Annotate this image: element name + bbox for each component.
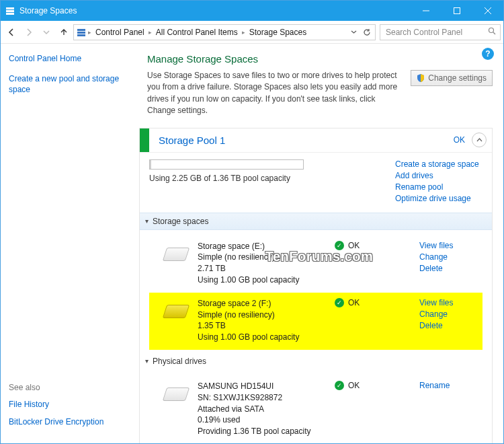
drive-icon (164, 385, 188, 404)
up-button[interactable] (56, 24, 72, 40)
sidebar-link-create-pool[interactable]: Create a new pool and storage space (9, 73, 127, 95)
page-title: Manage Storage Spaces (147, 53, 493, 65)
breadcrumb-item[interactable]: All Control Panel Items (153, 25, 241, 40)
pool-action-create-space[interactable]: Create a storage space (395, 159, 482, 169)
svg-rect-8 (77, 32, 85, 34)
space-usage: Using 1.00 GB pool capacity (198, 332, 325, 343)
action-rename[interactable]: Rename (419, 381, 480, 390)
status-label: OK (348, 298, 360, 307)
capacity-text: Using 2.25 GB of 1.36 TB pool capacity (149, 174, 382, 183)
chevron-right-icon[interactable]: ▸ (148, 29, 153, 36)
pool-header[interactable]: Storage Pool 1 OK (140, 128, 492, 153)
forward-button[interactable] (21, 24, 37, 40)
storage-space-item: Storage space 2 (F:) Simple (no resilien… (149, 293, 482, 350)
storage-spaces-icon (75, 27, 87, 38)
action-change[interactable]: Change (419, 309, 480, 319)
refresh-button[interactable] (360, 25, 374, 40)
status-label: OK (348, 381, 360, 390)
space-resiliency: Simple (no resiliency) (198, 309, 325, 321)
space-size: 2.71 TB (198, 263, 325, 274)
svg-rect-4 (454, 8, 460, 14)
space-name: Storage space (E:) (198, 241, 325, 252)
breadcrumb[interactable]: ▸ Control Panel ▸ All Control Panel Item… (73, 24, 376, 40)
ok-icon: ✓ (335, 241, 344, 250)
drive-status: ✓ OK (335, 381, 388, 390)
ok-icon: ✓ (335, 298, 344, 307)
sidebar-link-file-history[interactable]: File History (9, 399, 103, 410)
breadcrumb-item[interactable]: Storage Spaces (246, 25, 310, 40)
svg-rect-7 (77, 29, 85, 31)
capacity-bar (149, 159, 304, 170)
see-also-header: See also (9, 383, 103, 392)
space-resiliency: Simple (no resiliency) (198, 252, 325, 263)
storage-space-item: Storage space (E:) Simple (no resiliency… (149, 235, 482, 293)
search-box[interactable] (380, 24, 501, 40)
drive-connection: Attached via SATA (198, 404, 325, 415)
content: ? Manage Storage Spaces Use Storage Spac… (135, 44, 503, 443)
drive-actions: Rename (419, 381, 480, 390)
chevron-down-icon: ▾ (145, 217, 149, 225)
sidebar: Control Panel Home Create a new pool and… (1, 44, 135, 443)
maximize-button[interactable] (442, 1, 472, 21)
help-icon[interactable]: ? (482, 48, 494, 60)
svg-rect-1 (6, 10, 14, 12)
space-usage: Using 1.00 GB pool capacity (198, 274, 325, 286)
app-icon (1, 6, 19, 15)
collapse-button[interactable] (472, 133, 487, 147)
pool-action-rename[interactable]: Rename pool (395, 182, 482, 192)
action-view-files[interactable]: View files (419, 241, 480, 250)
svg-rect-9 (77, 34, 85, 36)
svg-line-11 (493, 32, 495, 34)
space-info: Storage space (E:) Simple (no resiliency… (198, 241, 325, 286)
see-also: See also File History BitLocker Drive En… (9, 383, 103, 434)
section-header-physical-drives[interactable]: ▾ Physical drives (140, 353, 492, 370)
chevron-down-icon: ▾ (145, 357, 149, 365)
drive-providing: Providing 1.36 TB pool capacity (198, 426, 325, 437)
change-settings-label: Change settings (428, 73, 487, 83)
breadcrumb-item[interactable]: Control Panel (92, 25, 148, 40)
address-dropdown-button[interactable] (347, 25, 360, 40)
pool-actions: Create a storage space Add drives Rename… (395, 159, 482, 203)
space-size: 1.35 TB (198, 320, 325, 332)
shield-icon (417, 74, 425, 82)
recent-locations-button[interactable] (38, 24, 54, 40)
drive-icon (164, 302, 188, 321)
drive-info: SAMSUNG HD154UI SN: S1XWJ1KS928872 Attac… (198, 381, 325, 437)
status-label: OK (348, 241, 360, 250)
back-button[interactable] (3, 24, 19, 40)
space-status: ✓ OK (335, 241, 388, 250)
action-delete[interactable]: Delete (419, 264, 480, 273)
action-delete[interactable]: Delete (419, 321, 480, 330)
pool-name: Storage Pool 1 (149, 135, 454, 146)
svg-point-10 (489, 28, 494, 33)
ok-icon: ✓ (335, 381, 344, 390)
action-change[interactable]: Change (419, 252, 480, 262)
drive-model: SAMSUNG HD154UI (198, 381, 325, 392)
change-settings-button[interactable]: Change settings (411, 70, 493, 86)
pool-action-optimize[interactable]: Optimize drive usage (395, 194, 482, 203)
svg-rect-0 (6, 7, 14, 9)
action-view-files[interactable]: View files (419, 298, 480, 307)
search-input[interactable] (384, 27, 488, 38)
titlebar: Storage Spaces (1, 1, 503, 21)
main-area: Control Panel Home Create a new pool and… (1, 44, 503, 443)
sidebar-link-home[interactable]: Control Panel Home (9, 53, 127, 64)
section-label: Physical drives (153, 357, 206, 366)
minimize-button[interactable] (411, 1, 442, 21)
chevron-right-icon[interactable]: ▸ (241, 29, 246, 36)
section-label: Storage spaces (153, 217, 208, 226)
svg-rect-2 (6, 13, 14, 15)
close-button[interactable] (472, 1, 503, 21)
section-header-storage-spaces[interactable]: ▾ Storage spaces (140, 213, 492, 230)
drive-serial: SN: S1XWJ1KS928872 (198, 392, 325, 404)
pool-status-strip (140, 128, 149, 152)
window-title: Storage Spaces (19, 6, 77, 15)
storage-pool-card: Storage Pool 1 OK Using 2.25 GB of 1.36 … (139, 128, 493, 443)
navbar: ▸ Control Panel ▸ All Control Panel Item… (1, 21, 503, 44)
space-actions: View files Change Delete (419, 298, 480, 330)
chevron-right-icon[interactable]: ▸ (87, 29, 92, 36)
pool-action-add-drives[interactable]: Add drives (395, 171, 482, 180)
space-info: Storage space 2 (F:) Simple (no resilien… (198, 298, 325, 343)
sidebar-link-bitlocker[interactable]: BitLocker Drive Encryption (9, 416, 103, 427)
search-icon[interactable] (488, 27, 496, 37)
